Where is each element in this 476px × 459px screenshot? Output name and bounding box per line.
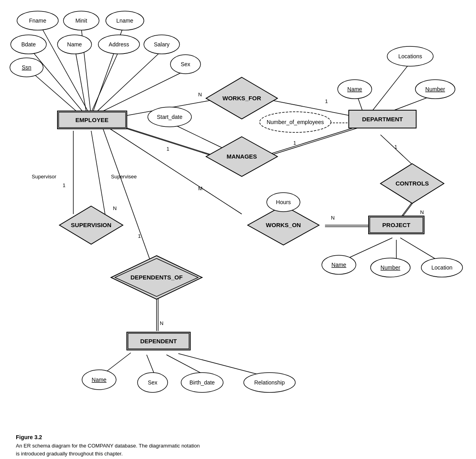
svg-line-3 [32, 51, 87, 117]
dep-name-attr: Name [92, 377, 107, 383]
address-attr: Address [109, 41, 129, 48]
locations-attr: Locations [398, 53, 422, 59]
cardinality-one2: 1 [166, 146, 169, 152]
dependent-entity: DEPENDENT [140, 338, 177, 344]
supervision-label: SUPERVISION [71, 222, 111, 228]
birth-date-attr: Birth_date [189, 379, 215, 386]
proj-number-attr: Number [380, 264, 400, 271]
cardinality-m1: M [198, 186, 203, 191]
figure-caption: Figure 3.2 An ER schema diagram for the … [16, 434, 293, 457]
salary-attr: Salary [154, 41, 170, 48]
svg-line-11 [371, 63, 410, 113]
caption-text: An ER schema diagram for the COMPANY dat… [16, 442, 293, 457]
svg-line-31 [91, 131, 105, 214]
manages-label: MANAGES [227, 153, 257, 160]
er-diagram-container: .entity-rect { fill: #d4d4d4; stroke: bl… [0, 0, 476, 432]
dept-name-attr: Name [347, 86, 362, 92]
dependents-of-label: DEPENDENTS_OF [130, 274, 183, 281]
start-date-attr: Start_date [157, 114, 183, 120]
dept-number-attr: Number [425, 86, 445, 92]
svg-line-35 [105, 353, 131, 373]
controls-label: CONTROLS [396, 180, 429, 187]
cardinality-one4: 1 [394, 144, 397, 150]
proj-name-attr: Name [331, 262, 346, 268]
fname-attr: Fname [29, 17, 46, 24]
bdate-attr: Bdate [21, 41, 36, 48]
cardinality-one1: 1 [325, 98, 328, 104]
employee-entity: EMPLOYEE [75, 117, 108, 123]
cardinality-depn: N [160, 320, 163, 326]
sex-emp-attr: Sex [181, 61, 190, 67]
name-emp-attr: Name [67, 41, 82, 48]
cardinality-n1: N [198, 92, 202, 98]
cardinality-supn: N [113, 205, 117, 211]
ssn-attr: Ssn [22, 64, 31, 71]
svg-line-6 [91, 51, 162, 117]
minit-attr: Minit [75, 17, 87, 24]
svg-line-29 [400, 238, 440, 262]
location-attr: Location [432, 264, 453, 271]
num-employees-attr: Number_of_employees [267, 119, 324, 125]
cardinality-n4: N [331, 215, 335, 221]
works-for-label: WORKS_FOR [222, 95, 261, 101]
supervisee-label: Supervisee [111, 174, 137, 180]
hours-attr: Hours [276, 199, 291, 205]
svg-line-32 [103, 129, 151, 262]
supervisor-label: Supervisor [32, 174, 57, 180]
works-on-label: WORKS_ON [266, 222, 301, 228]
svg-line-24 [107, 127, 242, 214]
project-entity: PROJECT [382, 222, 411, 228]
cardinality-dep1: 1 [138, 233, 141, 239]
cardinality-one3: 1 [293, 140, 296, 146]
svg-line-4 [75, 51, 87, 117]
department-entity: DEPARTMENT [362, 116, 403, 122]
svg-line-15 [112, 124, 218, 158]
svg-line-17 [262, 128, 357, 158]
svg-line-5 [89, 51, 119, 117]
svg-line-27 [345, 238, 392, 260]
caption-title: Figure 3.2 [16, 434, 293, 440]
dep-sex-attr: Sex [148, 379, 157, 386]
cardinality-sup1: 1 [63, 182, 65, 188]
svg-line-36 [147, 355, 155, 375]
cardinality-n3: N [420, 209, 424, 215]
lname-attr: Lname [117, 17, 134, 24]
relationship-attr: Relationship [254, 379, 285, 386]
svg-line-18 [170, 123, 224, 149]
